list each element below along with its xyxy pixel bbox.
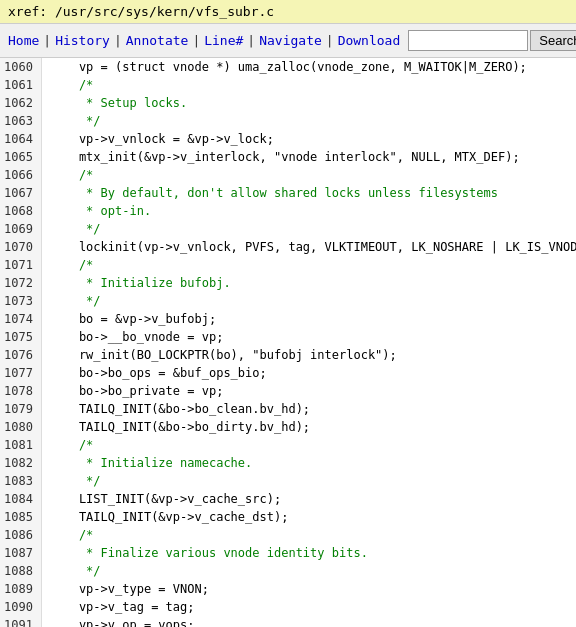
line-code: TAILQ_INIT(&bo->bo_dirty.bv_hd); bbox=[42, 418, 310, 436]
table-row: 1077 bo->bo_ops = &buf_ops_bio; bbox=[0, 364, 576, 382]
table-row: 1074 bo = &vp->v_bufobj; bbox=[0, 310, 576, 328]
line-code: bo->__bo_vnode = vp; bbox=[42, 328, 223, 346]
line-code: vp->v_vnlock = &vp->v_lock; bbox=[42, 130, 274, 148]
table-row: 1084 LIST_INIT(&vp->v_cache_src); bbox=[0, 490, 576, 508]
title-bar: xref: /usr/src/sys/kern/vfs_subr.c bbox=[0, 0, 576, 24]
line-code: * Initialize bufobj. bbox=[42, 274, 231, 292]
table-row: 1087 * Finalize various vnode identity b… bbox=[0, 544, 576, 562]
line-number: 1084 bbox=[0, 490, 42, 508]
table-row: 1071 /* bbox=[0, 256, 576, 274]
table-row: 1064 vp->v_vnlock = &vp->v_lock; bbox=[0, 130, 576, 148]
sep-2: | bbox=[114, 33, 122, 48]
line-code: mtx_init(&vp->v_interlock, "vnode interl… bbox=[42, 148, 520, 166]
table-row: 1078 bo->bo_private = vp; bbox=[0, 382, 576, 400]
line-number: 1090 bbox=[0, 598, 42, 616]
line-number: 1069 bbox=[0, 220, 42, 238]
line-code: bo->bo_private = vp; bbox=[42, 382, 223, 400]
table-row: 1062 * Setup locks. bbox=[0, 94, 576, 112]
line-number: 1060 bbox=[0, 58, 42, 76]
line-number: 1079 bbox=[0, 400, 42, 418]
line-number: 1075 bbox=[0, 328, 42, 346]
file-path: xref: /usr/src/sys/kern/vfs_subr.c bbox=[8, 4, 274, 19]
line-code: vp->v_type = VNON; bbox=[42, 580, 209, 598]
line-code: */ bbox=[42, 220, 101, 238]
line-code: rw_init(BO_LOCKPTR(bo), "bufobj interloc… bbox=[42, 346, 397, 364]
line-number: 1082 bbox=[0, 454, 42, 472]
line-code: * Initialize namecache. bbox=[42, 454, 252, 472]
line-number: 1070 bbox=[0, 238, 42, 256]
table-row: 1082 * Initialize namecache. bbox=[0, 454, 576, 472]
line-code: TAILQ_INIT(&bo->bo_clean.bv_hd); bbox=[42, 400, 310, 418]
table-row: 1088 */ bbox=[0, 562, 576, 580]
table-row: 1066 /* bbox=[0, 166, 576, 184]
line-code: * By default, don't allow shared locks u… bbox=[42, 184, 498, 202]
table-row: 1061 /* bbox=[0, 76, 576, 94]
line-number: 1086 bbox=[0, 526, 42, 544]
line-code: * Setup locks. bbox=[42, 94, 187, 112]
line-code: /* bbox=[42, 76, 93, 94]
line-number: 1089 bbox=[0, 580, 42, 598]
line-number: 1065 bbox=[0, 148, 42, 166]
line-number: 1066 bbox=[0, 166, 42, 184]
line-code: /* bbox=[42, 526, 93, 544]
table-row: 1085 TAILQ_INIT(&vp->v_cache_dst); bbox=[0, 508, 576, 526]
line-code: */ bbox=[42, 112, 101, 130]
table-row: 1070 lockinit(vp->v_vnlock, PVFS, tag, V… bbox=[0, 238, 576, 256]
line-number: 1071 bbox=[0, 256, 42, 274]
line-code: vp->v_tag = tag; bbox=[42, 598, 195, 616]
line-code: bo = &vp->v_bufobj; bbox=[42, 310, 216, 328]
line-number: 1074 bbox=[0, 310, 42, 328]
line-number: 1078 bbox=[0, 382, 42, 400]
line-code: TAILQ_INIT(&vp->v_cache_dst); bbox=[42, 508, 288, 526]
table-row: 1068 * opt-in. bbox=[0, 202, 576, 220]
nav-annotate[interactable]: Annotate bbox=[126, 33, 189, 48]
line-code: */ bbox=[42, 472, 101, 490]
table-row: 1069 */ bbox=[0, 220, 576, 238]
line-number: 1064 bbox=[0, 130, 42, 148]
search-button[interactable]: Search bbox=[530, 30, 576, 51]
nav-home[interactable]: Home bbox=[8, 33, 39, 48]
nav-links: Home | History | Annotate | Line# | Navi… bbox=[8, 33, 400, 48]
line-number: 1087 bbox=[0, 544, 42, 562]
line-code: vp->v_op = vops; bbox=[42, 616, 195, 627]
line-number: 1062 bbox=[0, 94, 42, 112]
nav-bar: Home | History | Annotate | Line# | Navi… bbox=[0, 24, 576, 58]
line-code: /* bbox=[42, 256, 93, 274]
nav-lineno[interactable]: Line# bbox=[204, 33, 243, 48]
line-code: * Finalize various vnode identity bits. bbox=[42, 544, 368, 562]
table-row: 1076 rw_init(BO_LOCKPTR(bo), "bufobj int… bbox=[0, 346, 576, 364]
table-row: 1073 */ bbox=[0, 292, 576, 310]
line-number: 1088 bbox=[0, 562, 42, 580]
line-number: 1061 bbox=[0, 76, 42, 94]
table-row: 1075 bo->__bo_vnode = vp; bbox=[0, 328, 576, 346]
sep-5: | bbox=[326, 33, 334, 48]
line-code: vp = (struct vnode *) uma_zalloc(vnode_z… bbox=[42, 58, 527, 76]
line-code: /* bbox=[42, 166, 93, 184]
line-number: 1072 bbox=[0, 274, 42, 292]
line-code: LIST_INIT(&vp->v_cache_src); bbox=[42, 490, 281, 508]
table-row: 1065 mtx_init(&vp->v_interlock, "vnode i… bbox=[0, 148, 576, 166]
line-number: 1063 bbox=[0, 112, 42, 130]
nav-download[interactable]: Download bbox=[338, 33, 401, 48]
sep-3: | bbox=[192, 33, 200, 48]
sep-1: | bbox=[43, 33, 51, 48]
table-row: 1079 TAILQ_INIT(&bo->bo_clean.bv_hd); bbox=[0, 400, 576, 418]
table-row: 1089 vp->v_type = VNON; bbox=[0, 580, 576, 598]
table-row: 1080 TAILQ_INIT(&bo->bo_dirty.bv_hd); bbox=[0, 418, 576, 436]
line-number: 1081 bbox=[0, 436, 42, 454]
table-row: 1086 /* bbox=[0, 526, 576, 544]
line-code: */ bbox=[42, 292, 101, 310]
table-row: 1091 vp->v_op = vops; bbox=[0, 616, 576, 627]
line-number: 1076 bbox=[0, 346, 42, 364]
search-input[interactable] bbox=[408, 30, 528, 51]
line-number: 1067 bbox=[0, 184, 42, 202]
table-row: 1060 vp = (struct vnode *) uma_zalloc(vn… bbox=[0, 58, 576, 76]
nav-history[interactable]: History bbox=[55, 33, 110, 48]
table-row: 1090 vp->v_tag = tag; bbox=[0, 598, 576, 616]
nav-navigate[interactable]: Navigate bbox=[259, 33, 322, 48]
line-code: /* bbox=[42, 436, 93, 454]
table-row: 1067 * By default, don't allow shared lo… bbox=[0, 184, 576, 202]
line-code: */ bbox=[42, 562, 101, 580]
line-number: 1068 bbox=[0, 202, 42, 220]
line-code: * opt-in. bbox=[42, 202, 151, 220]
